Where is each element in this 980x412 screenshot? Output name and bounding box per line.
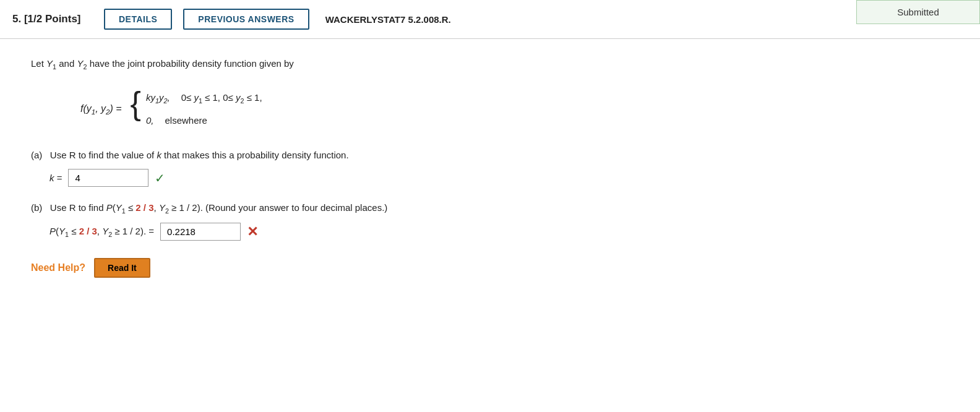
part-b-input[interactable]: [160, 223, 241, 241]
case1-expr: ky1y2,: [146, 87, 170, 109]
read-it-button[interactable]: Read It: [94, 258, 150, 278]
brace-container: { ky1y2, 0≤ y1 ≤ 1, 0≤ y2 ≤ 1, 0, elsewh…: [131, 87, 262, 131]
intro-text: Let Y1 and Y2 have the joint probability…: [31, 56, 949, 72]
case2-expr: 0,: [146, 110, 154, 131]
previous-answers-button[interactable]: PREVIOUS ANSWERS: [183, 9, 309, 30]
details-button[interactable]: DETAILS: [104, 9, 172, 30]
cases-table: ky1y2, 0≤ y1 ≤ 1, 0≤ y2 ≤ 1, 0, elsewher…: [146, 87, 262, 131]
k-label: k =: [49, 173, 62, 183]
big-brace: {: [131, 87, 141, 131]
correct-icon: ✓: [155, 171, 165, 186]
incorrect-icon: ✕: [247, 224, 258, 240]
case-row-2: 0, elsewhere: [146, 110, 262, 131]
case1-cond: 0≤ y1 ≤ 1, 0≤ y2 ≤ 1,: [181, 87, 262, 109]
y1-label: Y: [46, 58, 53, 69]
case-row-1: ky1y2, 0≤ y1 ≤ 1, 0≤ y2 ≤ 1,: [146, 87, 262, 109]
part-b: (b) Use R to find P(Y1 ≤ 2 / 3, Y2 ≥ 1 /…: [31, 200, 949, 241]
submitted-text: Submitted: [897, 7, 939, 17]
need-help-label: Need Help?: [31, 262, 85, 273]
part-b-eq-label: P(Y1 ≤ 2 / 3, Y2 ≥ 1 / 2). =: [49, 226, 154, 238]
y2-label: Y: [77, 58, 83, 69]
wackerly-reference: WACKERLYSTAT7 5.2.008.R.: [325, 14, 451, 25]
y1-subscript: 1: [53, 63, 56, 71]
formula-lhs: f(y1, y2) =: [80, 98, 122, 121]
question-number: 5. [1/2 Points]: [12, 13, 93, 25]
part-b-label: (b) Use R to find P(Y1 ≤ 2 / 3, Y2 ≥ 1 /…: [31, 200, 949, 217]
part-a-label: (a) Use R to find the value of k that ma…: [31, 148, 949, 163]
y2-subscript: 2: [83, 63, 87, 71]
header-row: 5. [1/2 Points] DETAILS PREVIOUS ANSWERS…: [0, 0, 980, 39]
k-input[interactable]: [68, 169, 148, 187]
page-wrapper: Submitted 5. [1/2 Points] DETAILS PREVIO…: [0, 0, 980, 412]
part-a-answer-row: k = ✓: [49, 169, 949, 187]
submitted-badge: Submitted: [856, 0, 980, 24]
part-b-answer-row: P(Y1 ≤ 2 / 3, Y2 ≥ 1 / 2). = ✕: [49, 223, 949, 241]
formula-block: f(y1, y2) = { ky1y2, 0≤ y1 ≤ 1, 0≤ y2 ≤ …: [80, 87, 949, 131]
content-area: Let Y1 and Y2 have the joint probability…: [0, 39, 980, 296]
need-help-row: Need Help? Read It: [31, 258, 949, 278]
case2-cond: elsewhere: [165, 110, 207, 131]
part-a: (a) Use R to find the value of k that ma…: [31, 148, 949, 187]
